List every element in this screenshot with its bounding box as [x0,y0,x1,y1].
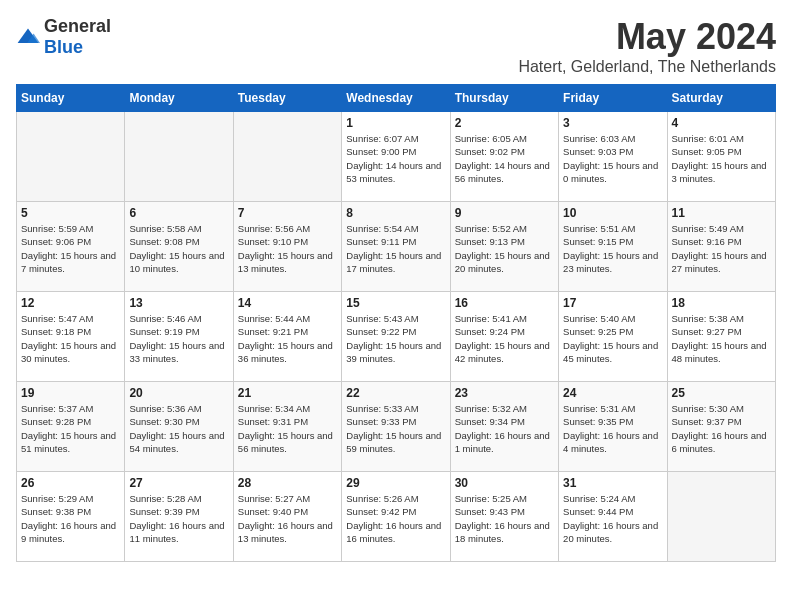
day-number: 20 [129,386,228,400]
day-number: 12 [21,296,120,310]
calendar-cell: 21Sunrise: 5:34 AM Sunset: 9:31 PM Dayli… [233,382,341,472]
week-row-4: 19Sunrise: 5:37 AM Sunset: 9:28 PM Dayli… [17,382,776,472]
header-wednesday: Wednesday [342,85,450,112]
day-info: Sunrise: 5:58 AM Sunset: 9:08 PM Dayligh… [129,222,228,275]
day-info: Sunrise: 5:56 AM Sunset: 9:10 PM Dayligh… [238,222,337,275]
calendar-cell: 18Sunrise: 5:38 AM Sunset: 9:27 PM Dayli… [667,292,775,382]
header-friday: Friday [559,85,667,112]
day-info: Sunrise: 5:51 AM Sunset: 9:15 PM Dayligh… [563,222,662,275]
day-number: 7 [238,206,337,220]
logo-blue: Blue [44,37,83,57]
calendar-cell: 29Sunrise: 5:26 AM Sunset: 9:42 PM Dayli… [342,472,450,562]
day-number: 2 [455,116,554,130]
calendar-cell: 13Sunrise: 5:46 AM Sunset: 9:19 PM Dayli… [125,292,233,382]
calendar-cell: 11Sunrise: 5:49 AM Sunset: 9:16 PM Dayli… [667,202,775,292]
calendar-cell [233,112,341,202]
day-info: Sunrise: 5:47 AM Sunset: 9:18 PM Dayligh… [21,312,120,365]
title-area: May 2024 Hatert, Gelderland, The Netherl… [518,16,776,76]
calendar-cell: 20Sunrise: 5:36 AM Sunset: 9:30 PM Dayli… [125,382,233,472]
day-number: 4 [672,116,771,130]
day-number: 27 [129,476,228,490]
calendar-cell: 27Sunrise: 5:28 AM Sunset: 9:39 PM Dayli… [125,472,233,562]
header-saturday: Saturday [667,85,775,112]
header-tuesday: Tuesday [233,85,341,112]
day-info: Sunrise: 5:40 AM Sunset: 9:25 PM Dayligh… [563,312,662,365]
day-info: Sunrise: 6:05 AM Sunset: 9:02 PM Dayligh… [455,132,554,185]
calendar-cell: 25Sunrise: 5:30 AM Sunset: 9:37 PM Dayli… [667,382,775,472]
day-number: 25 [672,386,771,400]
calendar-cell: 3Sunrise: 6:03 AM Sunset: 9:03 PM Daylig… [559,112,667,202]
calendar-cell [125,112,233,202]
calendar-cell: 8Sunrise: 5:54 AM Sunset: 9:11 PM Daylig… [342,202,450,292]
week-row-2: 5Sunrise: 5:59 AM Sunset: 9:06 PM Daylig… [17,202,776,292]
week-row-1: 1Sunrise: 6:07 AM Sunset: 9:00 PM Daylig… [17,112,776,202]
calendar-cell: 2Sunrise: 6:05 AM Sunset: 9:02 PM Daylig… [450,112,558,202]
calendar-cell [667,472,775,562]
header-thursday: Thursday [450,85,558,112]
day-info: Sunrise: 5:31 AM Sunset: 9:35 PM Dayligh… [563,402,662,455]
calendar-cell: 23Sunrise: 5:32 AM Sunset: 9:34 PM Dayli… [450,382,558,472]
day-number: 31 [563,476,662,490]
day-info: Sunrise: 5:27 AM Sunset: 9:40 PM Dayligh… [238,492,337,545]
day-number: 1 [346,116,445,130]
calendar-cell [17,112,125,202]
calendar-cell: 19Sunrise: 5:37 AM Sunset: 9:28 PM Dayli… [17,382,125,472]
day-number: 21 [238,386,337,400]
calendar-cell: 17Sunrise: 5:40 AM Sunset: 9:25 PM Dayli… [559,292,667,382]
logo-text: General Blue [44,16,111,58]
day-number: 18 [672,296,771,310]
day-info: Sunrise: 5:32 AM Sunset: 9:34 PM Dayligh… [455,402,554,455]
calendar-cell: 9Sunrise: 5:52 AM Sunset: 9:13 PM Daylig… [450,202,558,292]
day-number: 22 [346,386,445,400]
day-number: 13 [129,296,228,310]
day-number: 15 [346,296,445,310]
day-number: 24 [563,386,662,400]
day-number: 11 [672,206,771,220]
calendar-cell: 10Sunrise: 5:51 AM Sunset: 9:15 PM Dayli… [559,202,667,292]
calendar-cell: 1Sunrise: 6:07 AM Sunset: 9:00 PM Daylig… [342,112,450,202]
day-number: 9 [455,206,554,220]
calendar-cell: 28Sunrise: 5:27 AM Sunset: 9:40 PM Dayli… [233,472,341,562]
header-sunday: Sunday [17,85,125,112]
calendar-cell: 15Sunrise: 5:43 AM Sunset: 9:22 PM Dayli… [342,292,450,382]
day-info: Sunrise: 6:01 AM Sunset: 9:05 PM Dayligh… [672,132,771,185]
day-info: Sunrise: 5:43 AM Sunset: 9:22 PM Dayligh… [346,312,445,365]
calendar-cell: 24Sunrise: 5:31 AM Sunset: 9:35 PM Dayli… [559,382,667,472]
header-monday: Monday [125,85,233,112]
day-info: Sunrise: 5:29 AM Sunset: 9:38 PM Dayligh… [21,492,120,545]
calendar-table: SundayMondayTuesdayWednesdayThursdayFrid… [16,84,776,562]
logo: General Blue [16,16,111,58]
calendar-cell: 16Sunrise: 5:41 AM Sunset: 9:24 PM Dayli… [450,292,558,382]
day-info: Sunrise: 5:41 AM Sunset: 9:24 PM Dayligh… [455,312,554,365]
week-row-5: 26Sunrise: 5:29 AM Sunset: 9:38 PM Dayli… [17,472,776,562]
day-number: 16 [455,296,554,310]
day-number: 28 [238,476,337,490]
day-info: Sunrise: 5:25 AM Sunset: 9:43 PM Dayligh… [455,492,554,545]
day-info: Sunrise: 5:38 AM Sunset: 9:27 PM Dayligh… [672,312,771,365]
day-number: 5 [21,206,120,220]
day-info: Sunrise: 5:46 AM Sunset: 9:19 PM Dayligh… [129,312,228,365]
day-info: Sunrise: 5:33 AM Sunset: 9:33 PM Dayligh… [346,402,445,455]
calendar-cell: 22Sunrise: 5:33 AM Sunset: 9:33 PM Dayli… [342,382,450,472]
calendar-cell: 14Sunrise: 5:44 AM Sunset: 9:21 PM Dayli… [233,292,341,382]
calendar-cell: 6Sunrise: 5:58 AM Sunset: 9:08 PM Daylig… [125,202,233,292]
calendar-cell: 31Sunrise: 5:24 AM Sunset: 9:44 PM Dayli… [559,472,667,562]
calendar-cell: 30Sunrise: 5:25 AM Sunset: 9:43 PM Dayli… [450,472,558,562]
calendar-cell: 12Sunrise: 5:47 AM Sunset: 9:18 PM Dayli… [17,292,125,382]
day-info: Sunrise: 6:03 AM Sunset: 9:03 PM Dayligh… [563,132,662,185]
day-number: 3 [563,116,662,130]
day-info: Sunrise: 5:52 AM Sunset: 9:13 PM Dayligh… [455,222,554,275]
calendar-cell: 7Sunrise: 5:56 AM Sunset: 9:10 PM Daylig… [233,202,341,292]
day-info: Sunrise: 5:49 AM Sunset: 9:16 PM Dayligh… [672,222,771,275]
day-number: 30 [455,476,554,490]
day-info: Sunrise: 5:54 AM Sunset: 9:11 PM Dayligh… [346,222,445,275]
day-number: 23 [455,386,554,400]
weekday-header-row: SundayMondayTuesdayWednesdayThursdayFrid… [17,85,776,112]
logo-general: General [44,16,111,36]
day-number: 8 [346,206,445,220]
day-info: Sunrise: 5:26 AM Sunset: 9:42 PM Dayligh… [346,492,445,545]
calendar-cell: 26Sunrise: 5:29 AM Sunset: 9:38 PM Dayli… [17,472,125,562]
day-info: Sunrise: 5:28 AM Sunset: 9:39 PM Dayligh… [129,492,228,545]
calendar-cell: 4Sunrise: 6:01 AM Sunset: 9:05 PM Daylig… [667,112,775,202]
day-number: 26 [21,476,120,490]
